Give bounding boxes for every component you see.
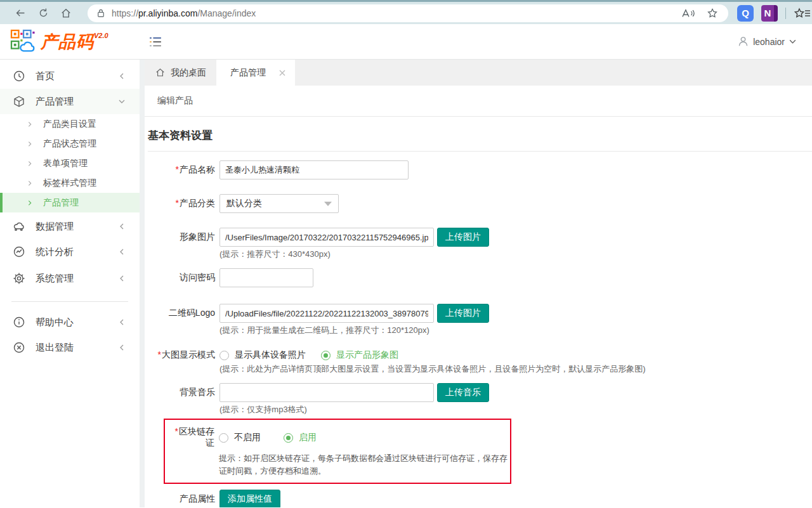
sidebar: 首页 产品管理 产品类目设置 产品状态管理 表单项管理 — [0, 60, 140, 507]
refresh-button[interactable] — [32, 4, 55, 23]
url-bar[interactable]: https://pr.aliyinba.com/Manage/index — [88, 4, 728, 22]
radio-product-image[interactable]: 显示产品形象图 — [321, 349, 398, 361]
box-icon — [13, 95, 25, 108]
upload-image-button[interactable]: 上传图片 — [437, 304, 489, 323]
chevron-right-icon — [27, 141, 33, 147]
dashboard-icon — [13, 70, 25, 82]
bg-music-hint: (提示：仅支持mp3格式) — [219, 404, 812, 415]
sidebar-divider — [11, 301, 128, 302]
sidebar-item-home[interactable]: 首页 — [0, 63, 140, 89]
required-mark: * — [175, 426, 178, 436]
access-password-input[interactable] — [219, 268, 313, 287]
profile-image-label: 形象图片 — [148, 231, 215, 243]
submenu-item-label-styles[interactable]: 标签样式管理 — [0, 173, 140, 193]
sidebar-item-statistics[interactable]: 统计分析 — [0, 239, 140, 264]
favorite-star-button[interactable] — [707, 8, 718, 19]
form-row-attributes: 产品属性 添加属性值 — [148, 490, 812, 507]
product-name-label: 产品名称 — [180, 164, 215, 174]
q-extension-icon[interactable]: Q — [737, 5, 754, 22]
chevron-right-icon — [27, 121, 33, 127]
product-category-select[interactable]: 默认分类 — [219, 194, 339, 213]
submenu-item-category-settings[interactable]: 产品类目设置 — [0, 114, 140, 134]
form-row-product-category: *产品分类 默认分类 — [148, 194, 812, 213]
display-mode-radio-group: 显示具体设备照片 显示产品形象图 — [219, 349, 398, 361]
user-icon — [737, 36, 749, 48]
form-row-qr-logo: 二维码Logo 上传图片 — [148, 304, 812, 323]
chevron-right-icon — [27, 180, 33, 186]
submenu-item-product-management-active[interactable]: 产品管理 — [0, 193, 140, 212]
onenote-icon[interactable]: N — [761, 5, 778, 22]
sidebar-item-system-management[interactable]: 系统管理 — [0, 266, 140, 291]
radio-checked-icon — [284, 433, 293, 443]
bg-music-input[interactable] — [219, 383, 434, 402]
favorites-bar-button[interactable] — [794, 7, 810, 20]
info-icon — [13, 316, 25, 329]
blockchain-hint: 提示：如开启区块链存证，每条子码数据都会通过区块链进行可信存证，保存存证时间戳，… — [219, 452, 512, 478]
app-logo[interactable]: 产品码 V2.0 — [10, 29, 108, 55]
required-mark: * — [176, 164, 179, 174]
required-mark: * — [158, 349, 161, 360]
form-row-display-mode: *大图显示模式 显示具体设备照片 显示产品形象图 — [148, 349, 812, 361]
select-caret-icon — [324, 202, 332, 206]
sidebar-item-help-center[interactable]: 帮助中心 — [0, 309, 140, 335]
upload-music-button[interactable]: 上传音乐 — [437, 383, 489, 402]
breadcrumb: 编辑产品 — [157, 95, 193, 107]
blockchain-label: 区块链存证 — [179, 426, 214, 448]
tab-close-icon[interactable] — [278, 69, 286, 77]
radio-icon — [219, 433, 228, 443]
browser-chrome: https://pr.aliyinba.com/Manage/index Q N — [0, 0, 812, 24]
qr-cloud-logo-icon — [10, 29, 38, 55]
toolbar-divider — [785, 8, 786, 19]
bg-music-label: 背景音乐 — [148, 387, 215, 398]
home-button[interactable] — [55, 4, 77, 23]
sidebar-item-product-management[interactable]: 产品管理 — [0, 89, 140, 114]
qr-logo-hint: (提示：用于批量生成在二维码上，推荐尺寸：120*120px) — [219, 325, 812, 336]
chevron-left-icon — [118, 223, 126, 230]
sidebar-item-data-management[interactable]: 数据管理 — [0, 214, 140, 239]
form-row-access-password: 访问密码 — [148, 268, 812, 287]
back-button[interactable] — [9, 4, 32, 23]
chevron-down-icon — [118, 98, 126, 105]
brand-version: V2.0 — [94, 32, 108, 39]
upload-image-button[interactable]: 上传图片 — [437, 228, 489, 247]
username: leohaior — [753, 37, 785, 47]
chevron-down-icon — [789, 37, 797, 46]
add-attribute-button[interactable]: 添加属性值 — [219, 490, 280, 507]
read-aloud-button[interactable] — [681, 8, 695, 19]
app-header: 产品码 V2.0 leohaior — [0, 24, 812, 60]
home-icon — [155, 67, 166, 78]
read-aloud-icon — [681, 8, 695, 19]
user-menu[interactable]: leohaior — [737, 36, 797, 48]
sidebar-item-logout[interactable]: 退出登陆 — [0, 335, 140, 360]
back-icon — [15, 8, 26, 18]
access-password-label: 访问密码 — [148, 272, 215, 283]
attributes-label: 产品属性 — [148, 493, 215, 505]
cloud-data-icon — [13, 220, 25, 233]
display-mode-label: 大图显示模式 — [162, 349, 215, 360]
profile-image-hint: (提示：推荐尺寸：430*430px) — [219, 249, 812, 260]
radio-device-photo[interactable]: 显示具体设备照片 — [219, 349, 306, 361]
chevron-left-icon — [118, 72, 126, 80]
chart-icon — [13, 245, 25, 258]
submenu-item-form-items[interactable]: 表单项管理 — [0, 153, 140, 173]
refresh-icon — [38, 8, 49, 18]
favorites-bar-icon — [794, 7, 810, 20]
radio-blockchain-enabled[interactable]: 启用 — [284, 432, 317, 443]
main-content: 我的桌面 产品管理 编辑产品 基本资料设置 *产品名称 — [145, 60, 812, 507]
display-mode-hint: (提示：此处为产品详情页顶部大图显示设置，当设置为显示具体设备照片，且设备照片为… — [219, 363, 812, 375]
tab-product-management[interactable]: 产品管理 — [216, 60, 295, 86]
browser-window: https://pr.aliyinba.com/Manage/index Q N — [0, 0, 812, 508]
radio-blockchain-disabled[interactable]: 不启用 — [219, 432, 261, 443]
tab-my-desktop[interactable]: 我的桌面 — [145, 60, 216, 86]
qr-logo-input[interactable] — [219, 304, 434, 323]
brand-name: 产品码 — [41, 29, 94, 55]
submenu-item-status-management[interactable]: 产品状态管理 — [0, 134, 140, 153]
profile-image-input[interactable] — [219, 228, 434, 247]
chevron-left-icon — [118, 318, 126, 326]
product-name-input[interactable] — [219, 160, 409, 179]
product-submenu: 产品类目设置 产品状态管理 表单项管理 标签样式管理 产品管理 — [0, 114, 140, 212]
form-row-product-name: *产品名称 — [148, 160, 812, 179]
sidebar-toggle-button[interactable] — [149, 37, 162, 47]
home-icon — [60, 8, 72, 19]
star-icon — [707, 8, 718, 19]
